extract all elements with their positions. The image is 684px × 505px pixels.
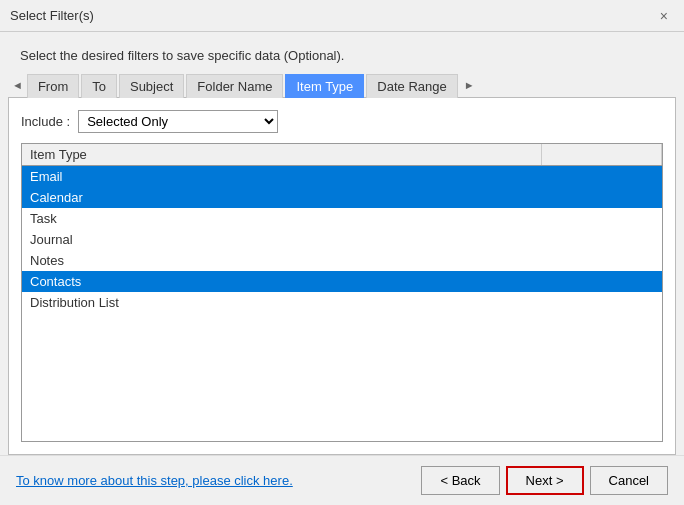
tab-item-type[interactable]: Item Type xyxy=(285,74,364,98)
list-header: Item Type xyxy=(22,144,662,166)
dialog-body: Select the desired filters to save speci… xyxy=(0,32,684,505)
footer-buttons: < Back Next > Cancel xyxy=(421,466,668,495)
cancel-button[interactable]: Cancel xyxy=(590,466,668,495)
include-row: Include : Selected Only All None xyxy=(21,110,663,133)
list-item[interactable]: Contacts xyxy=(22,271,662,292)
include-select[interactable]: Selected Only All None xyxy=(78,110,278,133)
item-type-list[interactable]: Item Type Email Calendar Task Journal No… xyxy=(21,143,663,442)
list-item[interactable]: Notes xyxy=(22,250,662,271)
tab-to[interactable]: To xyxy=(81,74,117,98)
list-item[interactable]: Email xyxy=(22,166,662,187)
list-items: Email Calendar Task Journal Notes Contac… xyxy=(22,166,662,313)
footer: To know more about this step, please cli… xyxy=(0,455,684,505)
tab-folder-name[interactable]: Folder Name xyxy=(186,74,283,98)
include-label: Include : xyxy=(21,114,70,129)
list-header-col2 xyxy=(542,144,662,165)
tab-date-range[interactable]: Date Range xyxy=(366,74,457,98)
tabs: From To Subject Folder Name Item Type Da… xyxy=(27,73,460,97)
content-panel: Include : Selected Only All None Item Ty… xyxy=(8,97,676,455)
close-button[interactable]: × xyxy=(654,6,674,26)
tab-left-arrow[interactable]: ◄ xyxy=(8,79,27,91)
tab-from[interactable]: From xyxy=(27,74,79,98)
list-item[interactable]: Distribution List xyxy=(22,292,662,313)
list-item[interactable]: Calendar xyxy=(22,187,662,208)
list-header-item-type: Item Type xyxy=(22,144,542,165)
list-item[interactable]: Journal xyxy=(22,229,662,250)
list-item[interactable]: Task xyxy=(22,208,662,229)
tab-subject[interactable]: Subject xyxy=(119,74,184,98)
back-button[interactable]: < Back xyxy=(421,466,499,495)
tab-container: ◄ From To Subject Folder Name Item Type … xyxy=(0,73,684,97)
next-button[interactable]: Next > xyxy=(506,466,584,495)
help-link[interactable]: To know more about this step, please cli… xyxy=(16,473,293,488)
dialog-title: Select Filter(s) xyxy=(10,8,94,23)
title-bar: Select Filter(s) × xyxy=(0,0,684,32)
description-text: Select the desired filters to save speci… xyxy=(0,32,684,73)
tab-right-arrow[interactable]: ► xyxy=(460,79,479,91)
